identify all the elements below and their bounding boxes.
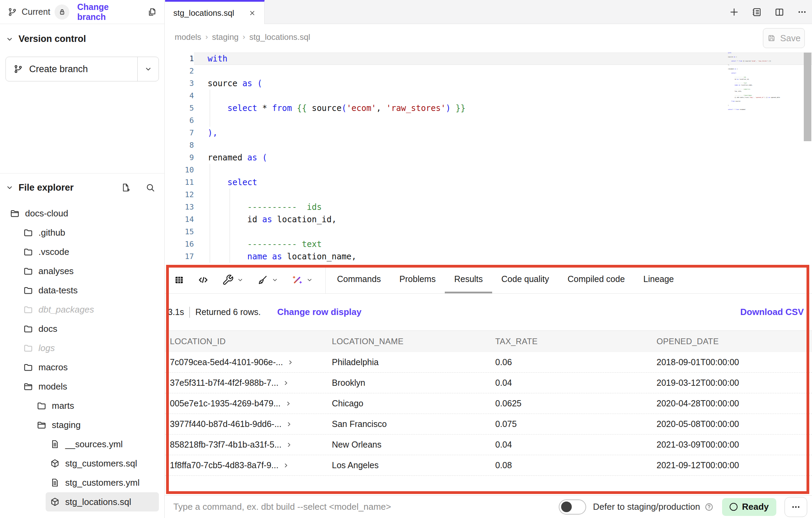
change-branch-link[interactable]: Change branch xyxy=(77,2,138,22)
code-line[interactable]: 11 select xyxy=(165,176,812,189)
code-content: renamed as ( xyxy=(194,151,812,164)
status-badge[interactable]: Ready xyxy=(722,498,776,516)
results-info-bar: 3.1s Returned 6 rows. Change row display… xyxy=(165,294,812,331)
line-number: 16 xyxy=(165,238,194,250)
file-tree-item-stg-customers-sql[interactable]: stg_customers.sql xyxy=(0,454,164,473)
create-branch-button[interactable]: Create branch xyxy=(5,57,159,81)
version-control-section: Version control Create branch xyxy=(0,24,164,173)
code-editor[interactable]: 1with23source as (45 select * from {{ so… xyxy=(165,50,812,266)
expand-cell-icon[interactable] xyxy=(286,441,292,448)
results-tab-problems[interactable]: Problems xyxy=(390,266,445,293)
file-tree-item-logs[interactable]: logs xyxy=(0,338,164,358)
file-tree-item-dbt-packages[interactable]: dbt_packages xyxy=(0,300,164,319)
file-tree-item-marts[interactable]: marts xyxy=(0,396,164,415)
code-line[interactable]: 3source as ( xyxy=(165,77,812,90)
file-tree-item-macros[interactable]: macros xyxy=(0,358,164,377)
results-tab-compiled-code[interactable]: Compiled code xyxy=(558,266,634,293)
table-cell: 005e7e1c-1935-4269-b479... xyxy=(165,398,327,408)
file-tree-item-stg-locations-sql[interactable]: stg_locations.sql xyxy=(46,492,159,511)
code-line[interactable]: 5 select * from {{ source('ecom', 'raw_s… xyxy=(165,102,812,114)
split-pane-icon[interactable] xyxy=(774,7,785,17)
more-options-icon[interactable] xyxy=(797,7,807,17)
more-actions-button[interactable] xyxy=(785,497,807,517)
file-explorer-header[interactable]: File explorer xyxy=(0,178,164,197)
create-branch-dropdown[interactable] xyxy=(137,57,159,81)
code-line[interactable]: 10 xyxy=(165,164,812,176)
help-icon[interactable] xyxy=(704,502,714,512)
expand-cell-icon[interactable] xyxy=(286,421,292,428)
status-circle-icon xyxy=(730,503,738,511)
expand-cell-icon[interactable] xyxy=(287,359,294,366)
git-branch-icon xyxy=(8,7,17,17)
code-line[interactable]: 17 name as location_name, xyxy=(165,250,812,263)
code-line[interactable]: 2 xyxy=(165,65,812,77)
code-line[interactable]: 4 xyxy=(165,90,812,102)
file-name: stg_locations.sql xyxy=(65,497,131,507)
code-line[interactable]: 9renamed as ( xyxy=(165,151,812,164)
tab-stg-locations-sql[interactable]: stg_locations.sql xyxy=(165,0,265,24)
copy-icon[interactable] xyxy=(147,7,157,17)
close-icon[interactable] xyxy=(248,9,256,17)
expand-cell-icon[interactable] xyxy=(285,400,292,407)
indent-guide xyxy=(230,226,230,238)
save-button[interactable]: Save xyxy=(763,28,805,48)
new-file-icon[interactable] xyxy=(120,182,131,193)
version-control-header[interactable]: Version control xyxy=(5,34,159,44)
code-line[interactable]: 1with xyxy=(165,53,812,65)
code-line[interactable]: 15 xyxy=(165,226,812,238)
column-header-tax_rate[interactable]: TAX_RATE xyxy=(490,337,652,346)
create-branch-main[interactable]: Create branch xyxy=(6,57,137,81)
column-header-location_name[interactable]: LOCATION_NAME xyxy=(327,337,490,346)
table-view-button[interactable] xyxy=(174,275,184,285)
file-tree-item-docs-cloud[interactable]: docs-cloud xyxy=(0,204,164,223)
column-header-opened_date[interactable]: OPENED_DATE xyxy=(652,337,812,346)
file-tree-item-models[interactable]: models xyxy=(0,377,164,396)
folder-icon xyxy=(36,401,47,411)
code-line[interactable]: 8 xyxy=(165,139,812,151)
expand-cell-icon[interactable] xyxy=(282,380,289,386)
file-tree-item-staging[interactable]: staging xyxy=(0,415,164,435)
file-tree-item--sources-yml[interactable]: __sources.yml xyxy=(0,435,164,454)
file-tree-item-docs[interactable]: docs xyxy=(0,319,164,338)
format-button[interactable] xyxy=(257,274,278,286)
results-tab-commands[interactable]: Commands xyxy=(328,266,390,293)
code-line[interactable]: 12 xyxy=(165,189,812,201)
code-line[interactable]: 6 xyxy=(165,114,812,127)
new-tab-icon[interactable] xyxy=(729,7,739,17)
breadcrumb-item[interactable]: models xyxy=(175,32,201,42)
table-cell: 1f8ffa70-7cb5-4d83-8a7f-9... xyxy=(165,460,327,470)
column-header-location_id[interactable]: LOCATION_ID xyxy=(165,337,327,346)
code-line[interactable]: 13 ---------- ids xyxy=(165,201,812,213)
file-tree-item-analyses[interactable]: analyses xyxy=(0,261,164,281)
file-explorer-section: File explorer docs-cloud.github.vscodean… xyxy=(0,173,164,511)
ai-assist-button[interactable] xyxy=(291,274,313,286)
file-name: stg_customers.sql xyxy=(65,458,137,469)
download-csv-link[interactable]: Download CSV xyxy=(740,307,804,317)
change-row-display-link[interactable]: Change row display xyxy=(277,307,362,317)
code-line[interactable]: 14 id as location_id, xyxy=(165,213,812,226)
command-input[interactable] xyxy=(173,502,559,512)
defer-toggle[interactable] xyxy=(559,499,586,515)
results-tab-results[interactable]: Results xyxy=(445,266,492,293)
results-tab-code-quality[interactable]: Code quality xyxy=(492,266,558,293)
expand-cell-icon[interactable] xyxy=(282,462,289,469)
save-label: Save xyxy=(780,33,800,44)
breadcrumb-item[interactable]: staging xyxy=(212,32,239,42)
code-line[interactable]: 16 ---------- text xyxy=(165,238,812,250)
search-icon[interactable] xyxy=(145,182,155,193)
table-cell: 0.06 xyxy=(490,357,652,367)
results-tab-lineage[interactable]: Lineage xyxy=(634,266,683,293)
table-cell: 0.04 xyxy=(490,440,652,450)
breadcrumb-item[interactable]: stg_locations.sql xyxy=(249,32,310,42)
build-tools-button[interactable] xyxy=(222,274,244,286)
notebook-icon[interactable] xyxy=(752,7,762,17)
code-line[interactable]: 7), xyxy=(165,127,812,139)
editor-minimap[interactable]: withsource as ( select * from {{ source(… xyxy=(728,52,806,111)
file-tree-item-stg-customers-yml[interactable]: stg_customers.yml xyxy=(0,473,164,492)
divider xyxy=(189,307,190,318)
file-tree-item--vscode[interactable]: .vscode xyxy=(0,242,164,261)
file-tree-item-data-tests[interactable]: data-tests xyxy=(0,281,164,300)
sql-view-button[interactable] xyxy=(197,274,209,286)
editor-scrollbar[interactable] xyxy=(804,53,811,141)
file-tree-item--github[interactable]: .github xyxy=(0,223,164,242)
